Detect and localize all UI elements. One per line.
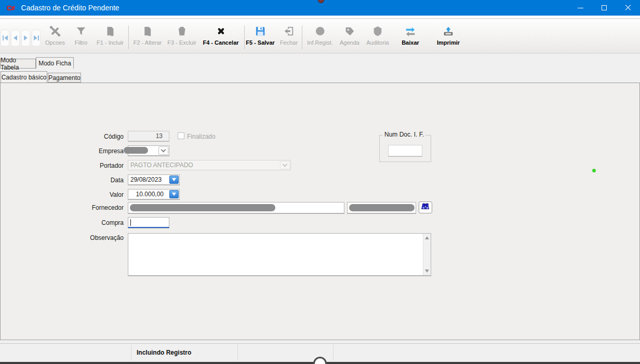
minimize-icon	[578, 8, 583, 8]
num-doc-input[interactable]	[388, 145, 422, 156]
toolbar-button-auditoria[interactable]: Auditoria	[366, 24, 390, 46]
maximize-icon	[602, 5, 607, 10]
toolbar-button-cancelar[interactable]: F4 - Cancelar	[203, 24, 238, 46]
nav-first-button[interactable]	[1, 30, 9, 46]
fornecedor-lookup-button[interactable]	[419, 201, 432, 213]
toolbar-button-label: F4 - Cancelar	[203, 39, 238, 46]
tab-pagamento[interactable]: Pagamento	[48, 73, 81, 83]
text-caret	[130, 219, 131, 226]
num-doc-groupbox: Num Doc. I. F.	[379, 135, 431, 162]
toolbar-button-imprimir[interactable]: Imprimir	[436, 24, 460, 46]
app-logo-icon: C≠	[7, 4, 15, 12]
window-controls	[568, 0, 640, 16]
toolbar-button-label: F3 - Excluir	[167, 39, 196, 46]
toolbar-button-inf-regist[interactable]: Inf.Regist.	[307, 24, 333, 46]
vertical-scrollbar[interactable]	[423, 234, 431, 275]
portador-dropdown-button	[280, 161, 290, 169]
nav-last-button[interactable]	[32, 30, 41, 46]
tab-modo-tabela[interactable]: Modo Tabela	[0, 59, 36, 69]
toolbar-button-incluir[interactable]: F1 - Incluir	[97, 24, 124, 46]
toolbar-button-agenda[interactable]: Agenda	[338, 24, 362, 46]
scroll-down-icon	[425, 269, 429, 273]
toolbar-button-label: Baixar	[402, 39, 419, 46]
maximize-button[interactable]	[592, 0, 616, 16]
tab-label: Modo Tabela	[1, 57, 35, 71]
toolbar-button-fechar[interactable]: Fechar	[277, 24, 301, 46]
valor-dropdown-button[interactable]	[169, 190, 179, 198]
toolbar-button-opcoes[interactable]: Opcoes	[43, 24, 67, 46]
menu-strip	[0, 16, 640, 19]
toolbar-button-excluir[interactable]: F3 - Excluir	[167, 24, 196, 46]
data-label: Data	[0, 177, 124, 184]
toolbar-button-label: Opcoes	[45, 39, 65, 46]
cancel-x-icon	[214, 24, 228, 38]
funnel-icon	[74, 24, 88, 38]
toolbar-button-label: Inf.Regist.	[307, 39, 333, 46]
compra-label: Compra	[0, 219, 124, 226]
recording-dot-artifact	[318, 0, 324, 3]
valor-value: 10.000,00	[130, 191, 167, 198]
observacao-textarea[interactable]	[128, 233, 431, 276]
toolbar-button-label: Fechar	[280, 39, 298, 46]
fornecedor-redacted-name	[130, 204, 275, 211]
toolbar-button-label: Filtro	[75, 39, 87, 46]
tab-modo-ficha[interactable]: Modo Ficha	[36, 57, 74, 69]
statusbar-separator	[131, 345, 131, 361]
tab-label: Cadastro básico	[2, 74, 47, 81]
chevron-down-icon	[161, 147, 166, 153]
toolbar-button-label: F1 - Incluir	[97, 39, 124, 46]
codigo-input: 13	[128, 131, 169, 141]
toolbar-button-label: F5 - Salvar	[246, 39, 275, 46]
shield-icon	[371, 24, 384, 38]
green-dot-artifact	[592, 169, 596, 172]
valor-input[interactable]: 10.000,00	[128, 189, 180, 199]
toolbar: Opcoes Filtro F1 - Incluir F2 - Alterar	[0, 19, 640, 53]
tab-label: Modo Ficha	[38, 60, 71, 67]
close-button[interactable]	[616, 0, 640, 16]
toolbar-button-label: Auditoria	[366, 39, 389, 46]
chevron-down-icon	[172, 178, 176, 181]
data-datepicker[interactable]: 29/08/2023	[128, 174, 180, 185]
codigo-value: 13	[156, 132, 166, 140]
close-icon	[625, 5, 631, 11]
codigo-label: Código	[0, 133, 124, 140]
toolbar-button-baixar[interactable]: Baixar	[398, 24, 422, 46]
toolbar-button-label: Agenda	[340, 39, 359, 46]
tag-icon	[343, 24, 356, 38]
finalizado-checkbox[interactable]	[178, 132, 184, 139]
tools-icon	[48, 24, 62, 38]
toolbar-button-alterar[interactable]: F2 - Alterar	[134, 24, 162, 46]
toolbar-button-filtro[interactable]: Filtro	[69, 24, 93, 46]
empresa-redacted-value	[124, 147, 148, 154]
portador-value: PAGTO ANTECIPADO	[130, 161, 288, 169]
tab-cadastro-basico[interactable]: Cadastro básico	[1, 71, 47, 83]
window-title: Cadastro de Crédito Pendente	[21, 4, 119, 12]
chevron-down-icon	[283, 162, 288, 167]
toolbar-button-label: Imprimir	[437, 39, 460, 46]
portador-label: Portador	[0, 162, 124, 169]
valor-label: Valor	[0, 191, 124, 198]
nav-previous-button[interactable]	[11, 30, 20, 46]
record-navigator	[0, 30, 41, 47]
first-record-icon	[3, 35, 8, 41]
data-dropdown-button[interactable]	[169, 176, 179, 184]
last-record-icon	[34, 35, 39, 41]
printer-icon	[442, 24, 455, 38]
empresa-label: Empresa	[0, 147, 124, 155]
num-doc-label: Num Doc. I. F.	[383, 131, 425, 138]
statusbar-separator	[237, 345, 238, 361]
nav-next-button[interactable]	[21, 30, 30, 46]
binoculars-icon	[421, 203, 430, 213]
status-message: Incluindo Registro	[137, 349, 191, 356]
minimize-button[interactable]	[568, 0, 592, 16]
previous-record-icon	[14, 35, 17, 41]
toolbar-button-label: F2 - Alterar	[134, 39, 162, 46]
observacao-label: Observação	[0, 234, 124, 241]
page-icon	[103, 24, 117, 38]
toolbar-separator	[128, 25, 129, 49]
next-record-icon	[24, 35, 28, 41]
compra-input[interactable]	[128, 217, 169, 228]
toolbar-button-salvar[interactable]: F5 - Salvar	[246, 24, 275, 46]
empresa-dropdown-button[interactable]	[158, 146, 168, 155]
application-window: C≠ Cadastro de Crédito Pendente Opcoes	[0, 0, 640, 364]
